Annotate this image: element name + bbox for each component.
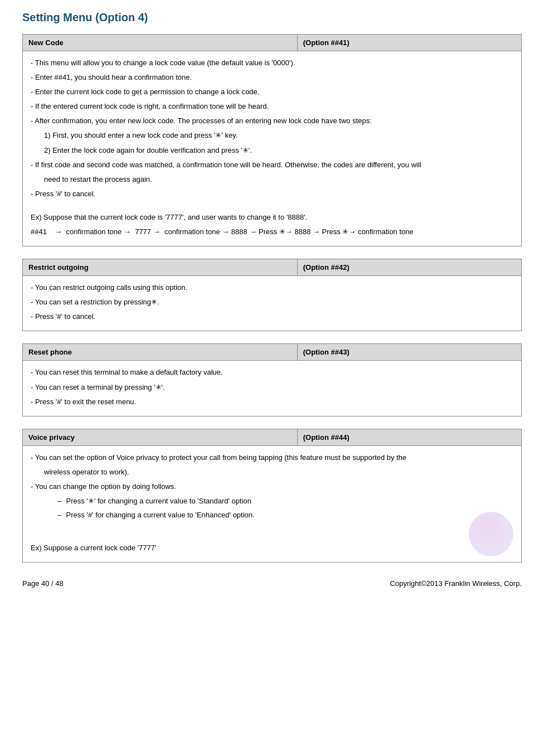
reset-line-1: - You can reset this terminal to make a … [31,366,513,379]
reset-line-2: - You can reset a terminal by pressing '… [31,381,513,394]
voice-privacy-line-1b: wireless operator to work). [31,466,513,478]
voice-privacy-header: Voice privacy (Option ##44) [23,429,521,446]
voice-privacy-header-right: (Option ##44) [297,429,521,445]
voice-privacy-example: Ex) Suppose a current lock code '7777' [31,542,156,554]
restrict-outgoing-body: - You can restrict outgoing calls using … [23,276,521,331]
restrict-outgoing-header: Restrict outgoing (Option ##42) [23,259,521,276]
new-code-arrow-sequence: ##41 → confirmation tone → 7777 → confir… [31,226,513,238]
restrict-line-2: - You can set a restriction by pressing✳… [31,296,513,308]
new-code-line-8: - If first code and second code was matc… [31,159,513,171]
new-code-body: - This menu will allow you to change a l… [23,51,521,246]
new-code-line-6: 1) First, you should enter a new lock co… [31,129,513,142]
new-code-header: New Code (Option ##41) [23,35,521,51]
page-number: Page 40 / 48 [22,579,64,588]
restrict-outgoing-header-left: Restrict outgoing [23,259,297,275]
voice-privacy-dash-2: − Press '#' for changing a current value… [31,509,513,522]
voice-privacy-body: - You can set the option of Voice privac… [23,446,521,562]
page-title: Setting Menu (Option 4) [22,11,522,24]
reset-phone-header: Reset phone (Option ##43) [23,344,521,361]
voice-privacy-line-2: - You can change the option by doing fol… [31,481,513,493]
new-code-line-8b: need to restart the process again. [31,173,513,186]
voice-privacy-dash-2-text: Press '#' for changing a current value t… [66,509,255,521]
voice-privacy-line-1: - You can set the option of Voice privac… [31,452,513,464]
page-footer: Page 40 / 48 Copyright©2013 Franklin Wir… [22,579,522,588]
new-code-line-5: - After confirmation, you enter new lock… [31,115,513,127]
new-code-section: New Code (Option ##41) - This menu will … [22,34,522,246]
restrict-line-1: - You can restrict outgoing calls using … [31,282,513,294]
reset-phone-section: Reset phone (Option ##43) - You can rese… [22,343,522,416]
new-code-line-1: - This menu will allow you to change a l… [31,57,513,69]
new-code-header-right: (Option ##41) [297,35,521,51]
voice-privacy-section: Voice privacy (Option ##44) - You can se… [22,429,522,563]
voice-privacy-dash-1-text: Press '✳' for changing a current value t… [66,495,251,507]
restrict-outgoing-section: Restrict outgoing (Option ##42) - You ca… [22,259,522,331]
reset-phone-header-left: Reset phone [23,344,297,360]
dash-icon-2: − [57,510,62,522]
copyright: Copyright©2013 Franklin Wireless, Corp. [390,579,522,588]
new-code-header-left: New Code [23,35,297,51]
dash-icon-1: − [57,496,62,508]
voice-privacy-header-left: Voice privacy [23,429,297,445]
voice-privacy-dash-1: − Press '✳' for changing a current value… [31,495,513,508]
restrict-line-3: - Press '#' to cancel. [31,311,513,323]
reset-line-3: - Press '#' to exit the reset menu. [31,396,513,408]
reset-phone-body: - You can reset this terminal to make a … [23,361,521,415]
new-code-line-3: - Enter the current lock code to get a p… [31,86,513,98]
restrict-outgoing-header-right: (Option ##42) [297,259,521,275]
new-code-line-2: - Enter ##41, you should hear a confirma… [31,71,513,84]
new-code-example: Ex) Suppose that the current lock code i… [31,211,513,224]
new-code-line-7: 2) Enter the lock code again for double … [31,144,513,157]
reset-phone-header-right: (Option ##43) [297,344,521,360]
watermark-logo [469,512,513,556]
new-code-line-4: - If the entered current lock code is ri… [31,100,513,113]
new-code-line-9: - Press '#' to cancel. [31,188,513,200]
